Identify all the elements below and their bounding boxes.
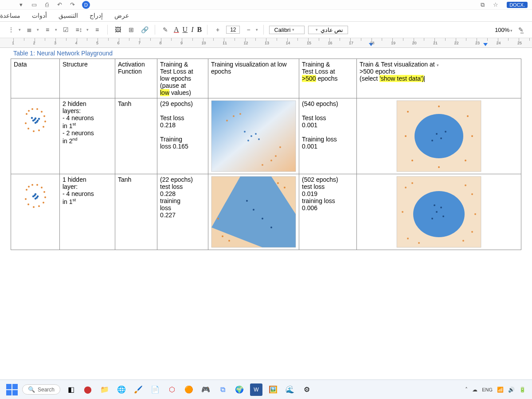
underline-button[interactable]: U: [183, 26, 188, 34]
insert-image-icon[interactable]: 🖼: [113, 25, 123, 35]
activation-cell[interactable]: Tanh: [115, 174, 157, 250]
hi-loss-cell[interactable]: (540 epochs) Test loss 0.001 Training lo…: [299, 98, 357, 174]
app-icon[interactable]: ⬡: [166, 383, 178, 396]
dropdown-icon[interactable]: ▾: [19, 27, 21, 32]
wifi-icon[interactable]: 📶: [497, 387, 504, 393]
open-icon[interactable]: ▭: [31, 1, 37, 8]
dropdown-icon[interactable]: ▾: [37, 27, 39, 32]
document-body[interactable]: Table 1: Neural Network Playground Data …: [0, 48, 532, 250]
activation-cell[interactable]: Tanh: [115, 98, 157, 174]
table-row[interactable]: 2 hidden layers: - 4 neurons in 1st - 2 …: [11, 98, 521, 174]
app-icon[interactable]: 📄: [149, 383, 161, 396]
low-loss-cell[interactable]: (29 epochs) Test loss 0.218 Training los…: [157, 98, 208, 174]
dropdown-icon[interactable]: ▾: [86, 27, 89, 32]
battery-icon[interactable]: 🔋: [519, 387, 526, 393]
hi-vis-cell[interactable]: [357, 174, 521, 250]
vscode-icon[interactable]: ⧉: [216, 383, 229, 396]
start-button[interactable]: [6, 384, 18, 395]
structure-cell[interactable]: 1 hidden layer: - 4 neurons in 1st: [60, 174, 115, 250]
data-thumb-cell[interactable]: [11, 98, 60, 174]
insert-table-icon[interactable]: ⊞: [126, 25, 136, 35]
svg-point-66: [33, 195, 35, 197]
photos-icon[interactable]: 🖼️: [267, 383, 279, 396]
print-icon[interactable]: ⎙: [43, 1, 50, 8]
structure-cell[interactable]: 2 hidden layers: - 4 neurons in 1st - 2 …: [60, 98, 115, 174]
volume-icon[interactable]: 🔊: [508, 387, 515, 393]
share-icon[interactable]: ⧉: [479, 1, 486, 8]
font-family-select[interactable]: Calibri▾: [269, 26, 305, 34]
bullets-icon[interactable]: ≡: [43, 25, 52, 35]
app-icon[interactable]: 🟠: [183, 383, 195, 396]
insert-link-icon[interactable]: 🔗: [140, 25, 149, 35]
fontsize-increase-icon[interactable]: +: [213, 25, 223, 35]
editing-mode-icon[interactable]: ✎̲: [516, 25, 526, 35]
app-icon[interactable]: 🖌️: [132, 383, 145, 396]
line-spacing-icon[interactable]: ≡↕: [74, 25, 84, 35]
nn-table[interactable]: Data Structure Activation Function Train…: [11, 59, 521, 250]
taskbar-search[interactable]: 🔍 Search: [22, 384, 60, 395]
paragraph-style-select[interactable]: نص عادي▾: [308, 26, 348, 34]
header-structure[interactable]: Structure: [60, 59, 115, 98]
word-icon[interactable]: W: [250, 383, 262, 396]
menu-help[interactable]: مساعدة: [0, 12, 20, 19]
menu-tools[interactable]: أدوات: [32, 12, 47, 19]
menu-format[interactable]: التنسيق: [59, 12, 78, 19]
low-loss-cell[interactable]: (22 epochs) test loss 0.228 training los…: [157, 174, 208, 250]
hi-vis-cell[interactable]: [357, 98, 521, 174]
menu-view[interactable]: عرض: [114, 12, 129, 19]
svg-point-8: [43, 126, 44, 128]
app-icon[interactable]: 🎮: [200, 383, 212, 396]
dropdown-icon[interactable]: ▾: [18, 1, 24, 8]
text-color-button[interactable]: A: [174, 26, 179, 34]
header-activation[interactable]: Activation Function: [115, 59, 157, 98]
ruler-indent-marker[interactable]: [483, 43, 488, 46]
header-hi-loss[interactable]: Training & Test Loss at >500 epochs: [299, 59, 357, 98]
system-tray[interactable]: ˄ ☁ ENG 📶 🔊 🔋: [465, 387, 526, 393]
svg-point-24: [239, 113, 241, 115]
star-icon[interactable]: ☆: [492, 1, 499, 8]
low-vis-cell[interactable]: [208, 98, 299, 174]
edge-icon[interactable]: 🌊: [284, 383, 296, 396]
table-row[interactable]: 1 hidden layer: - 4 neurons in 1st Tanh …: [11, 174, 521, 250]
header-low-vis[interactable]: Training visualization at low epochs: [208, 59, 299, 98]
vis-heatmap: [208, 174, 299, 250]
task-view-icon[interactable]: ◧: [65, 383, 77, 396]
indent-left-icon[interactable]: ≣: [24, 25, 34, 35]
ruler-number: 11: [223, 41, 227, 45]
ruler-number: 24: [497, 41, 501, 45]
redo-icon[interactable]: ↷: [69, 1, 76, 8]
low-vis-cell[interactable]: [208, 174, 299, 250]
onedrive-icon[interactable]: ☁: [472, 387, 477, 393]
app-icon[interactable]: 🌍: [233, 383, 246, 396]
header-hi-vis[interactable]: Train & Test visualization at ▾ >500 epo…: [357, 59, 521, 98]
dropdown-icon[interactable]: ▾: [256, 27, 258, 32]
toolbar: ⋮ ▾ ≣ ▾ ≡ ▾ ☑ ≡↕ ▾ ≡ 🖼 ⊞ 🔗 ✎ A U I B + 1…: [0, 21, 532, 38]
ruler[interactable]: 1234567891011121314151617181920212223242…: [0, 38, 532, 48]
menu-insert[interactable]: إدراج: [90, 12, 103, 19]
doc-badge-icon[interactable]: D: [82, 1, 90, 9]
data-thumb-cell[interactable]: [11, 174, 60, 250]
font-size-input[interactable]: 12: [226, 26, 240, 34]
hi-loss-cell[interactable]: (502 epochs) test loss 0.019 training lo…: [299, 174, 357, 250]
fontsize-decrease-icon[interactable]: −: [243, 25, 253, 35]
steam-icon[interactable]: ⚙: [301, 383, 313, 396]
table-caption[interactable]: Table 1: Neural Network Playground: [11, 48, 521, 59]
header-low-loss[interactable]: Training & Test Loss at low epochs (paus…: [157, 59, 208, 98]
tray-chevron-icon[interactable]: ˄: [465, 387, 468, 393]
svg-point-89: [471, 231, 473, 233]
zoom-select[interactable]: 100% ▾: [495, 27, 512, 33]
more-icon[interactable]: ⋮: [6, 25, 16, 35]
highlight-icon[interactable]: ✎: [160, 25, 170, 35]
dropdown-icon[interactable]: ▾: [55, 27, 57, 32]
align-icon[interactable]: ≡: [92, 25, 102, 35]
chrome-icon[interactable]: 🌐: [115, 383, 128, 396]
app-icon[interactable]: ⬤: [82, 383, 94, 396]
italic-button[interactable]: I: [191, 26, 193, 34]
header-data[interactable]: Data: [11, 59, 60, 98]
file-explorer-icon[interactable]: 📁: [98, 383, 111, 396]
undo-icon[interactable]: ↶: [56, 1, 63, 8]
bold-button[interactable]: B: [197, 26, 202, 34]
language-indicator[interactable]: ENG: [482, 387, 493, 392]
checklist-icon[interactable]: ☑: [61, 25, 70, 35]
table-header-row: Data Structure Activation Function Train…: [11, 59, 521, 98]
